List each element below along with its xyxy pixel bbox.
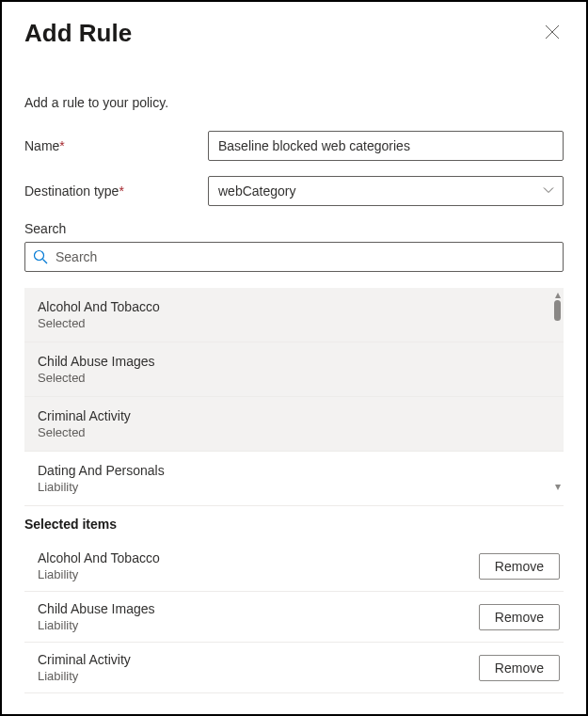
- panel-header: Add Rule: [24, 19, 564, 48]
- selected-item-text: Criminal Activity Liability: [38, 652, 479, 683]
- selected-item: Criminal Activity Liability Remove: [24, 643, 564, 693]
- remove-button[interactable]: Remove: [479, 604, 560, 630]
- name-input[interactable]: [208, 131, 564, 161]
- scrollbar[interactable]: ▴ ▾: [551, 287, 564, 494]
- required-asterisk: *: [59, 138, 64, 153]
- selected-item-title: Criminal Activity: [38, 652, 479, 667]
- list-item[interactable]: Child Abuse Images Selected: [24, 342, 564, 397]
- name-field-row: Name*: [24, 131, 564, 161]
- list-item-title: Alcohol And Tobacco: [38, 299, 550, 314]
- destination-field-row: Destination type*: [24, 176, 564, 206]
- list-item[interactable]: Dating And Personals Liability: [24, 452, 564, 506]
- search-icon: [33, 249, 48, 264]
- selected-item-text: Alcohol And Tobacco Liability: [38, 550, 479, 581]
- destination-select-wrap: [208, 176, 564, 206]
- list-item-sub: Selected: [38, 316, 550, 330]
- name-label: Name*: [24, 138, 208, 153]
- selected-item-sub: Liability: [38, 618, 479, 632]
- search-input[interactable]: [56, 249, 555, 264]
- remove-button[interactable]: Remove: [479, 655, 560, 681]
- selected-item: Alcohol And Tobacco Liability Remove: [24, 541, 564, 592]
- destination-label: Destination type*: [24, 183, 208, 199]
- category-list: Alcohol And Tobacco Selected Child Abuse…: [24, 287, 564, 494]
- list-item[interactable]: Criminal Activity Selected: [24, 397, 564, 452]
- svg-point-0: [35, 251, 44, 261]
- scroll-thumb[interactable]: [554, 300, 561, 321]
- selected-item-title: Alcohol And Tobacco: [38, 550, 479, 565]
- selected-item: Child Abuse Images Liability Remove: [24, 592, 564, 643]
- close-icon: [545, 28, 560, 42]
- list-item-title: Child Abuse Images: [38, 354, 550, 369]
- panel-subtitle: Add a rule to your policy.: [24, 95, 564, 110]
- selected-item-sub: Liability: [38, 669, 479, 683]
- search-label: Search: [24, 221, 564, 236]
- required-asterisk: *: [119, 183, 123, 199]
- selected-items-header: Selected items: [24, 517, 564, 532]
- category-list-scroll: Alcohol And Tobacco Selected Child Abuse…: [24, 287, 564, 506]
- panel-title: Add Rule: [24, 19, 132, 48]
- selected-item-sub: Liability: [38, 567, 479, 581]
- destination-select[interactable]: [208, 176, 564, 206]
- search-section: Search: [24, 221, 564, 272]
- list-item[interactable]: Alcohol And Tobacco Selected: [24, 288, 564, 342]
- list-item-title: Criminal Activity: [38, 408, 550, 423]
- list-item-sub: Liability: [38, 480, 550, 494]
- search-box: [24, 242, 564, 272]
- scroll-down-icon: ▾: [555, 479, 561, 494]
- list-item-sub: Selected: [38, 371, 550, 385]
- list-item-sub: Selected: [38, 425, 550, 439]
- close-button[interactable]: [541, 21, 564, 46]
- selected-item-title: Child Abuse Images: [38, 601, 479, 616]
- list-item-title: Dating And Personals: [38, 463, 550, 478]
- selected-item-text: Child Abuse Images Liability: [38, 601, 479, 632]
- selected-items-list: Alcohol And Tobacco Liability Remove Chi…: [24, 541, 564, 693]
- remove-button[interactable]: Remove: [479, 553, 560, 580]
- add-rule-panel: Add Rule Add a rule to your policy. Name…: [0, 0, 588, 716]
